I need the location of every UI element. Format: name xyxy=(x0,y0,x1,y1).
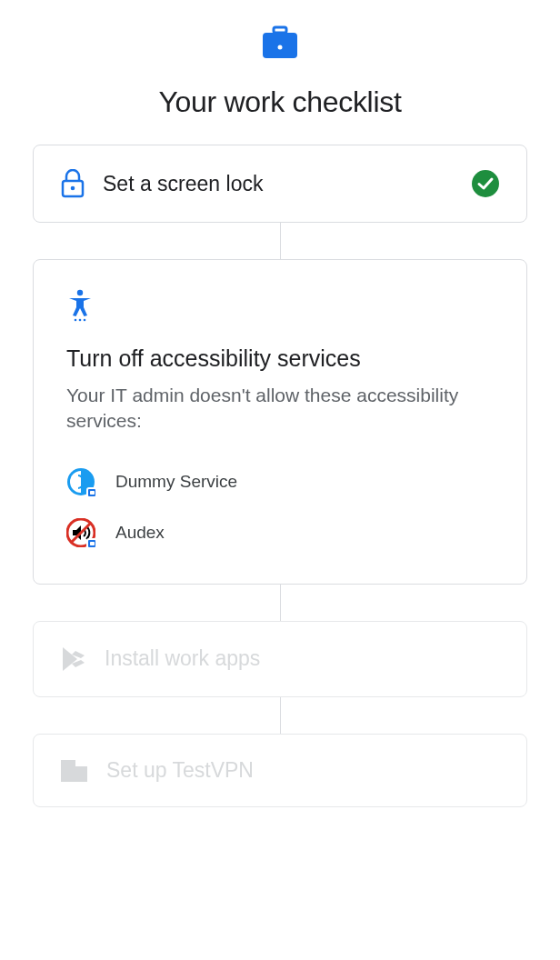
connector-line xyxy=(280,697,281,734)
svg-rect-29 xyxy=(82,775,85,778)
svg-rect-24 xyxy=(65,774,67,776)
page-title: Your work checklist xyxy=(33,85,527,119)
svg-point-8 xyxy=(79,319,82,322)
svg-rect-23 xyxy=(69,769,72,772)
work-badge-icon xyxy=(86,538,97,549)
svg-point-5 xyxy=(472,170,499,197)
step-install-apps: Install work apps xyxy=(33,621,527,697)
svg-rect-0 xyxy=(274,27,286,33)
step-title: Set a screen lock xyxy=(103,172,461,196)
svg-rect-18 xyxy=(62,761,75,781)
briefcase-icon xyxy=(261,25,299,64)
svg-rect-21 xyxy=(69,765,72,767)
app-icon-audex xyxy=(66,518,95,547)
svg-rect-22 xyxy=(65,769,67,772)
service-name: Audex xyxy=(115,523,165,543)
step-subtitle: Your IT admin doesn't allow these access… xyxy=(66,383,494,435)
svg-rect-25 xyxy=(69,774,72,776)
step-accessibility[interactable]: Turn off accessibility services Your IT … xyxy=(33,259,527,585)
work-badge-icon xyxy=(86,487,97,498)
step-screen-lock[interactable]: Set a screen lock xyxy=(33,145,527,223)
check-circle-icon xyxy=(472,170,499,197)
service-name: Dummy Service xyxy=(115,472,237,492)
svg-rect-19 xyxy=(75,767,86,781)
connector-line xyxy=(280,585,281,621)
lock-icon xyxy=(61,169,85,198)
svg-point-4 xyxy=(71,186,75,191)
svg-rect-20 xyxy=(65,765,67,767)
service-row-audex: Audex xyxy=(66,507,494,558)
svg-rect-28 xyxy=(77,775,80,778)
app-icon-dummy xyxy=(66,467,95,496)
svg-rect-11 xyxy=(90,491,95,495)
connector-line xyxy=(280,223,281,259)
step-title: Set up TestVPN xyxy=(106,758,499,783)
svg-rect-26 xyxy=(77,771,80,774)
step-title: Turn off accessibility services xyxy=(66,345,494,372)
building-icon xyxy=(61,758,88,782)
page-header: Your work checklist xyxy=(33,0,527,145)
step-vpn: Set up TestVPN xyxy=(33,734,527,807)
service-row-dummy: Dummy Service xyxy=(66,456,494,507)
play-store-icon xyxy=(61,645,86,673)
svg-rect-27 xyxy=(82,771,85,774)
accessibility-icon xyxy=(66,289,494,325)
svg-point-6 xyxy=(77,290,83,295)
svg-rect-14 xyxy=(90,542,95,545)
step-title: Install work apps xyxy=(105,646,499,671)
svg-marker-15 xyxy=(63,647,77,671)
svg-point-9 xyxy=(84,319,86,322)
svg-point-2 xyxy=(278,45,283,50)
svg-point-7 xyxy=(75,319,77,322)
